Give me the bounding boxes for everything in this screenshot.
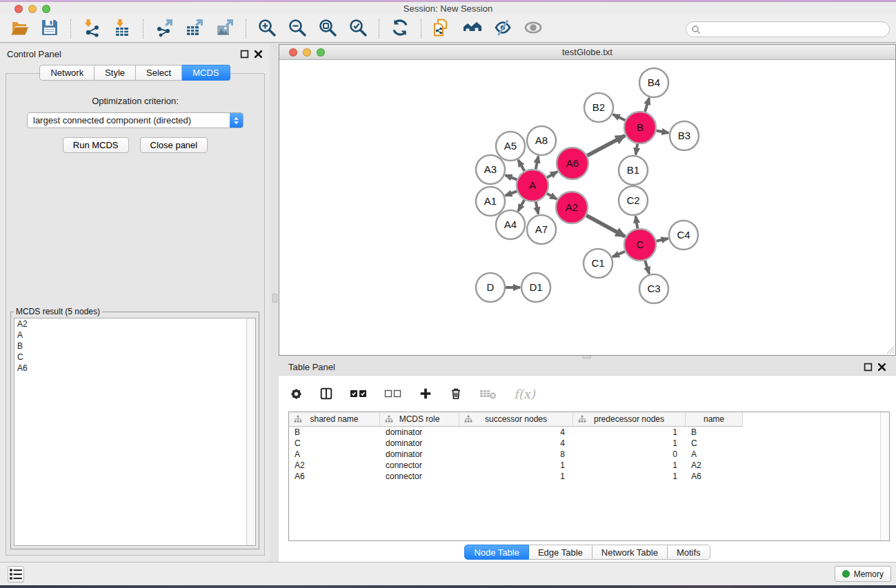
graph-edge-A6-B[interactable] <box>587 136 625 156</box>
open-file-button[interactable] <box>8 18 30 40</box>
mcds-result-item[interactable]: A2 <box>14 318 255 330</box>
close-window-icon[interactable] <box>14 5 23 13</box>
graph-node-B2[interactable]: B2 <box>584 93 613 122</box>
zoom-selected-button[interactable] <box>347 18 369 40</box>
graph-edge-C-C2[interactable] <box>636 216 638 229</box>
close-panel-icon[interactable] <box>254 50 263 59</box>
graph-node-B3[interactable]: B3 <box>670 121 699 150</box>
tab-node-table[interactable]: Node Table <box>464 545 529 560</box>
network-canvas[interactable]: AA1A2A3A4A5A6A7A8BB1B2B3B4CC1C2C3C4DD1 <box>279 60 895 355</box>
table-row[interactable]: A6connector11A6 <box>289 471 889 482</box>
graph-edge-C-C3[interactable] <box>645 261 649 274</box>
graph-edge-A-A4[interactable] <box>518 200 524 211</box>
graph-edge-A2-C[interactable] <box>586 215 625 236</box>
network-maximize-icon[interactable] <box>317 48 325 57</box>
graph-node-A4[interactable]: A4 <box>496 210 525 239</box>
graph-node-B1[interactable]: B1 <box>619 156 648 185</box>
graph-edge-A-A3[interactable] <box>506 175 517 179</box>
graph-edge-A-A2[interactable] <box>547 194 557 199</box>
deselect-all-checkboxes-button[interactable] <box>384 388 402 399</box>
tab-motifs[interactable]: Motifs <box>668 545 710 560</box>
graph-node-A1[interactable]: A1 <box>476 187 505 216</box>
gear-button[interactable] <box>290 387 303 401</box>
minimize-window-icon[interactable] <box>28 5 37 13</box>
graph-edge-A-A1[interactable] <box>506 191 517 195</box>
graph-node-A[interactable]: A <box>517 170 548 201</box>
select-all-checkboxes-button[interactable] <box>350 388 368 399</box>
maximize-window-icon[interactable] <box>42 5 50 13</box>
show-graphics-button[interactable] <box>522 18 544 40</box>
mcds-result-item[interactable]: C <box>14 352 255 363</box>
graph-node-C3[interactable]: C3 <box>639 274 668 303</box>
refresh-button[interactable] <box>389 18 411 40</box>
tab-select[interactable]: Select <box>136 65 182 81</box>
table-scrollbar[interactable] <box>880 412 889 540</box>
graph-edge-B-B4[interactable] <box>645 98 649 112</box>
graph-node-C[interactable]: C <box>624 229 656 261</box>
export-table-button[interactable] <box>183 18 206 40</box>
graph-edge-A-A5[interactable] <box>518 160 524 171</box>
export-image-button[interactable] <box>214 18 236 40</box>
tab-edge-table[interactable]: Edge Table <box>529 545 593 560</box>
hide-annotations-button[interactable] <box>492 18 514 40</box>
run-mcds-button[interactable]: Run MCDS <box>63 137 129 153</box>
tab-mcds[interactable]: MCDS <box>182 65 230 81</box>
float-panel-icon[interactable] <box>240 50 249 59</box>
column-header-MCDS-role[interactable]: MCDS role <box>380 412 459 427</box>
graph-node-A8[interactable]: A8 <box>527 126 556 155</box>
graph-node-A2[interactable]: A2 <box>556 192 588 223</box>
zoom-in-button[interactable] <box>256 18 278 40</box>
graph-node-B[interactable]: B <box>624 112 656 143</box>
graph-edge-B-B1[interactable] <box>636 144 638 155</box>
table-row[interactable]: A2connector11A2 <box>289 460 889 471</box>
graph-node-C1[interactable]: C1 <box>584 249 613 278</box>
search-field[interactable] <box>686 21 890 37</box>
graph-node-A3[interactable]: A3 <box>476 155 505 184</box>
tab-network-table[interactable]: Network Table <box>593 545 668 560</box>
mcds-result-item[interactable]: A6 <box>14 363 255 374</box>
table-row[interactable]: Bdominator41B <box>289 427 889 438</box>
network-close-icon[interactable] <box>289 48 297 57</box>
close-table-panel-icon[interactable] <box>877 363 886 372</box>
mcds-result-item[interactable]: B <box>14 341 255 352</box>
graph-node-A6[interactable]: A6 <box>557 148 588 179</box>
delete-column-button[interactable] <box>449 387 463 401</box>
graph-edge-A-A6[interactable] <box>547 172 557 177</box>
graph-node-B4[interactable]: B4 <box>639 68 668 97</box>
resize-grip-icon[interactable] <box>886 346 895 354</box>
table-row[interactable]: Cdominator41C <box>289 438 889 449</box>
import-table-button[interactable] <box>111 18 133 40</box>
close-panel-button[interactable]: Close panel <box>140 137 208 153</box>
home-button[interactable] <box>461 18 484 40</box>
add-column-button[interactable] <box>419 387 432 401</box>
graph-node-C2[interactable]: C2 <box>619 186 648 215</box>
mcds-result-item[interactable]: A <box>14 330 255 341</box>
memory-button[interactable]: Memory <box>835 566 891 582</box>
graph-edge-B-B2[interactable] <box>613 114 626 121</box>
zoom-out-button[interactable] <box>286 18 308 40</box>
table-row[interactable]: Adominator80A <box>289 449 889 460</box>
search-input[interactable] <box>704 23 889 36</box>
column-header-shared-name[interactable]: shared name <box>289 412 380 427</box>
graph-node-C4[interactable]: C4 <box>669 221 698 250</box>
network-minimize-icon[interactable] <box>303 48 311 57</box>
graph-node-D1[interactable]: D1 <box>521 273 550 302</box>
tab-style[interactable]: Style <box>94 65 136 81</box>
graph-edge-B-B3[interactable] <box>657 130 669 132</box>
vertical-splitter-handle[interactable] <box>272 294 277 303</box>
mcds-list-scrollbar[interactable] <box>246 318 255 545</box>
column-header-successor-nodes[interactable]: successor nodes <box>459 412 573 427</box>
graph-node-D[interactable]: D <box>476 273 505 302</box>
graph-edge-A-A8[interactable] <box>536 156 539 170</box>
export-network-button[interactable] <box>153 18 175 40</box>
zoom-fit-button[interactable] <box>317 18 339 40</box>
column-header-predecessor-nodes[interactable]: predecessor nodes <box>573 412 686 427</box>
save-session-button[interactable] <box>39 18 61 40</box>
graph-edge-C-C1[interactable] <box>613 252 625 257</box>
graph-node-A7[interactable]: A7 <box>527 215 556 244</box>
column-header-name[interactable]: name <box>686 412 743 427</box>
import-network-button[interactable] <box>81 18 103 40</box>
duplicate-network-button[interactable] <box>431 18 453 40</box>
criterion-select[interactable]: largest connected component (directed) <box>27 112 243 128</box>
graph-node-A5[interactable]: A5 <box>496 132 525 161</box>
